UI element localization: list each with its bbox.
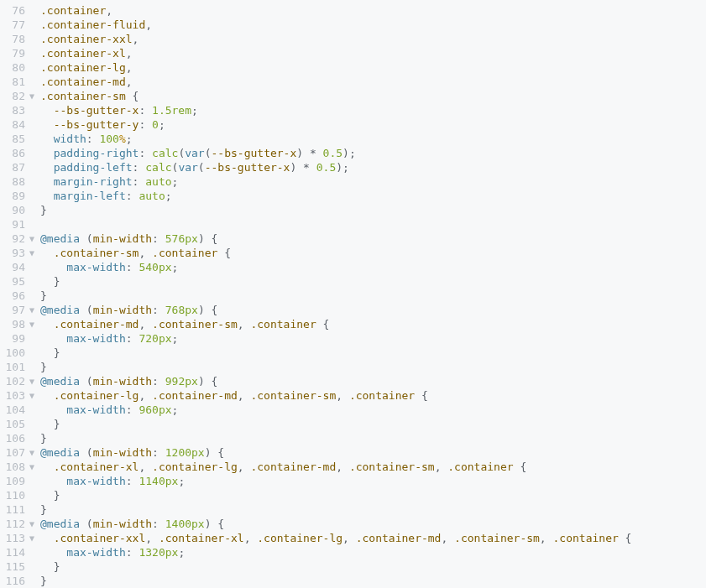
fold-toggle-icon[interactable]: ▼ <box>29 246 39 260</box>
code-line[interactable]: } <box>40 559 706 574</box>
code-line[interactable]: } <box>40 289 706 303</box>
code-line[interactable]: .container-sm, .container { <box>40 246 706 260</box>
token-punc: ( <box>205 147 212 159</box>
token-sel: .container-lg <box>257 532 343 544</box>
fold-toggle-icon[interactable]: ▼ <box>29 531 39 545</box>
code-line[interactable]: @media (min-width: 1400px) { <box>40 517 706 531</box>
code-line[interactable]: .container-md, <box>40 75 706 89</box>
token-sel: .container-sm <box>54 247 139 259</box>
code-line[interactable]: } <box>40 346 706 360</box>
code-line[interactable]: margin-left: auto; <box>40 189 706 203</box>
line-number: 86 <box>0 146 29 160</box>
code-line[interactable]: } <box>40 502 706 517</box>
token-prop: var <box>185 147 204 159</box>
line-number: 93 <box>0 246 29 260</box>
token-sel: .container-md <box>250 461 336 473</box>
code-line[interactable]: .container-md, .container-sm, .container… <box>40 317 706 331</box>
code-line[interactable]: @media (min-width: 768px) { <box>40 303 706 317</box>
token-punc: : <box>126 332 139 345</box>
code-line[interactable]: padding-right: calc(var(--bs-gutter-x) *… <box>40 146 706 160</box>
code-line[interactable]: .container-xl, .container-lg, .container… <box>40 460 706 474</box>
line-number: 108 <box>0 460 29 474</box>
code-line[interactable]: max-width: 960px; <box>40 403 706 417</box>
token-punc: } <box>40 361 47 373</box>
code-line[interactable]: } <box>40 488 706 502</box>
code-line[interactable]: } <box>40 203 706 217</box>
fold-toggle-icon[interactable]: ▼ <box>29 460 39 474</box>
token-punc: : <box>152 446 165 459</box>
token-punc: } <box>40 275 60 288</box>
token-punc: , <box>336 389 349 402</box>
code-line[interactable] <box>40 217 706 232</box>
token-punc: ( <box>80 304 93 316</box>
code-line[interactable]: } <box>40 431 706 445</box>
token-punc: { <box>415 389 428 402</box>
token-punc: , <box>540 532 553 544</box>
token-sel: .container <box>349 389 415 402</box>
fold-toggle-icon[interactable]: ▼ <box>29 317 39 331</box>
code-line[interactable]: max-width: 720px; <box>40 331 706 346</box>
token-punc: , <box>238 389 251 402</box>
token-val: 768px <box>165 304 198 316</box>
code-editor[interactable]: 7677787980818283848586878889909192939495… <box>0 0 706 588</box>
token-punc: : <box>133 175 146 188</box>
code-line[interactable]: .container-fluid, <box>40 18 706 32</box>
code-line[interactable]: --bs-gutter-x: 1.5rem; <box>40 103 706 117</box>
code-content[interactable]: .container,.container-fluid,.container-x… <box>39 3 706 588</box>
fold-toggle-icon[interactable]: ▼ <box>29 445 39 460</box>
code-line[interactable]: } <box>40 360 706 374</box>
code-line[interactable]: max-width: 1140px; <box>40 474 706 488</box>
code-line[interactable]: --bs-gutter-y: 0; <box>40 117 706 132</box>
fold-column[interactable]: ▼▼▼▼▼▼▼▼▼▼▼ <box>29 3 39 588</box>
fold-toggle-icon[interactable]: ▼ <box>29 89 39 103</box>
code-line[interactable]: .container-sm { <box>40 89 706 103</box>
token-sel: .container-fluid <box>40 18 145 31</box>
token-punc: ; <box>126 133 133 145</box>
line-number: 78 <box>0 32 29 46</box>
code-line[interactable]: .container, <box>40 3 706 18</box>
token-sel: .container <box>250 318 316 330</box>
code-line[interactable]: max-width: 540px; <box>40 260 706 274</box>
code-line[interactable]: } <box>40 574 706 588</box>
fold-toggle-icon[interactable]: ▼ <box>29 388 39 403</box>
line-number: 98 <box>0 317 29 331</box>
token-sel: .container-sm <box>349 461 435 473</box>
fold-toggle-icon[interactable]: ▼ <box>29 374 39 388</box>
code-line[interactable]: @media (min-width: 1200px) { <box>40 445 706 460</box>
token-punc: } <box>40 418 60 430</box>
code-line[interactable]: .container-xl, <box>40 46 706 60</box>
fold-toggle-icon[interactable]: ▼ <box>29 303 39 317</box>
token-prop: max-width <box>66 475 125 487</box>
code-line[interactable]: .container-lg, .container-md, .container… <box>40 388 706 403</box>
fold-spacer <box>29 189 39 203</box>
token-sel: min-width <box>93 232 152 245</box>
token-punc <box>40 389 54 402</box>
token-val: 992px <box>165 375 198 388</box>
code-line[interactable]: padding-left: calc(var(--bs-gutter-x) * … <box>40 160 706 174</box>
token-punc: ; <box>178 475 185 487</box>
line-number: 115 <box>0 559 29 574</box>
code-line[interactable]: } <box>40 417 706 431</box>
fold-toggle-icon[interactable]: ▼ <box>29 517 39 531</box>
line-number: 76 <box>0 3 29 18</box>
code-line[interactable]: } <box>40 274 706 289</box>
code-line[interactable]: width: 100%; <box>40 132 706 146</box>
code-line[interactable]: .container-xxl, <box>40 32 706 46</box>
token-punc <box>40 318 54 330</box>
fold-spacer <box>29 117 39 132</box>
code-line[interactable]: .container-xxl, .container-xl, .containe… <box>40 531 706 545</box>
code-line[interactable]: margin-right: auto; <box>40 174 706 189</box>
fold-spacer <box>29 32 39 46</box>
code-line[interactable]: @media (min-width: 992px) { <box>40 374 706 388</box>
fold-spacer <box>29 3 39 18</box>
code-line[interactable]: max-width: 1320px; <box>40 545 706 559</box>
code-line[interactable]: .container-lg, <box>40 60 706 75</box>
token-punc: , <box>336 461 349 473</box>
code-line[interactable]: @media (min-width: 576px) { <box>40 232 706 246</box>
fold-toggle-icon[interactable]: ▼ <box>29 232 39 246</box>
token-sel: min-width <box>93 446 152 459</box>
token-punc <box>40 161 54 174</box>
token-prop: @media <box>40 446 80 459</box>
token-punc: } <box>40 489 60 502</box>
token-punc: ( <box>80 518 93 530</box>
